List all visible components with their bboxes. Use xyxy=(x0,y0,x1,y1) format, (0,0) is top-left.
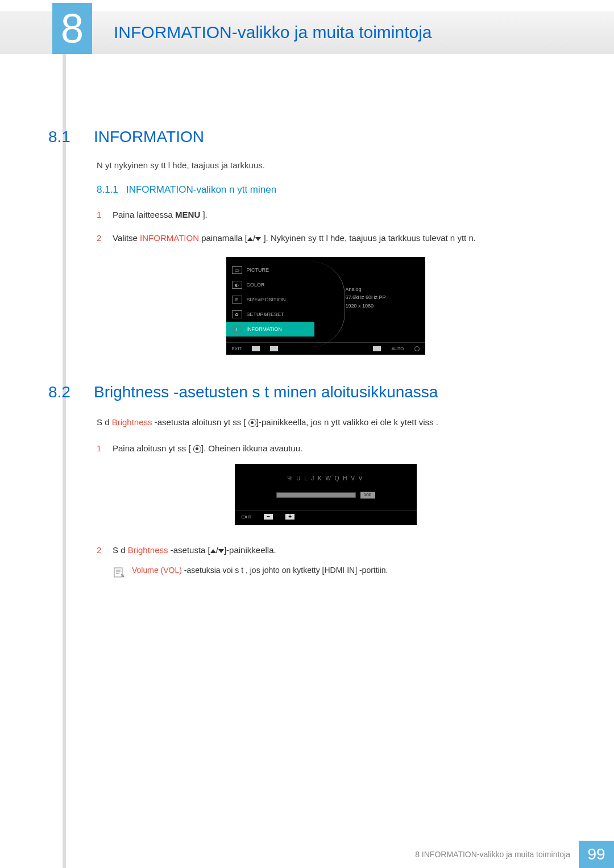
osd-item-picture: ▭PICTURE xyxy=(226,263,314,277)
gear-icon: ✿ xyxy=(232,310,242,318)
chapter-title: INFORMATION-valikko ja muita toimintoja xyxy=(114,23,432,42)
step-number: 2 xyxy=(97,230,113,246)
subsection-name: INFORMATION-valikon n ytt minen xyxy=(126,184,276,195)
osd-auto-label: AUTO xyxy=(391,346,404,351)
osd-item-size-position: ⊞SIZE&POSITION xyxy=(226,292,314,307)
osd-menu-screenshot: ▭PICTURE ◐COLOR ⊞SIZE&POSITION ✿SETUP&RE… xyxy=(226,257,425,355)
brightness-slider xyxy=(276,492,356,498)
subsection-title: 8.1.1 INFORMATION-valikon n ytt minen xyxy=(97,184,580,196)
section-8-1-heading: 8.1 INFORMATION xyxy=(71,128,580,146)
step-number: 1 xyxy=(97,441,113,456)
osd-footer: EXIT AUTO xyxy=(226,342,425,355)
footer-text: 8 INFORMATION-valikko ja muita toimintoj… xyxy=(415,850,570,859)
page-number: 99 xyxy=(579,841,614,868)
down-arrow-icon xyxy=(255,237,261,241)
step-text: Paina laitteessa MENU ]. xyxy=(113,207,208,222)
up-arrow-icon xyxy=(247,237,253,241)
svg-rect-0 xyxy=(114,568,122,577)
osd-exit-label: EXIT xyxy=(232,346,242,351)
subsection-number: 8.1.1 xyxy=(97,184,118,195)
size-icon: ⊞ xyxy=(232,296,242,304)
note-text: Volume (VOL) -asetuksia voi s t , jos jo… xyxy=(132,566,388,575)
osd2-title: % U L J K W Q H V V xyxy=(246,475,405,481)
osd-brightness-screenshot: % U L J K W Q H V V 100 EXIT − + xyxy=(235,464,417,525)
plus-icon: + xyxy=(285,514,294,520)
osd2-exit-label: EXIT xyxy=(242,514,252,520)
info-icon: i xyxy=(232,325,242,333)
section-8-2-intro: S d Brightness -asetusta aloitusn yt ss … xyxy=(97,416,580,429)
osd-item-setup-reset: ✿SETUP&RESET xyxy=(226,307,314,322)
brightness-value: 100 xyxy=(360,492,375,499)
step-text: Valitse INFORMATION painamalla [/ ]. Nyk… xyxy=(113,230,476,246)
up-button-icon xyxy=(270,346,278,351)
note-row: Volume (VOL) -asetuksia voi s t , jos jo… xyxy=(113,566,580,579)
minus-icon: − xyxy=(264,514,273,520)
section-title: Brightness -asetusten s t minen aloitusi… xyxy=(94,383,438,401)
step-number: 1 xyxy=(97,207,113,222)
step-2: 2 Valitse INFORMATION painamalla [/ ]. N… xyxy=(97,230,580,246)
section-8-2-heading: 8.2 Brightness -asetusten s t minen aloi… xyxy=(71,383,580,401)
dot-button-icon xyxy=(193,445,201,453)
section-number: 8.1 xyxy=(48,128,94,146)
section-intro: N yt nykyinen sy tt l hde, taajuus ja ta… xyxy=(97,160,580,170)
up-arrow-icon xyxy=(210,549,216,553)
osd-item-information: iINFORMATION xyxy=(226,322,314,337)
picture-icon: ▭ xyxy=(232,266,242,274)
step-1-s2: 1 Paina aloitusn yt ss [ ]. Oheinen ikku… xyxy=(97,441,580,456)
section-number: 8.2 xyxy=(48,383,94,401)
down-arrow-icon xyxy=(218,549,224,553)
step-text: Paina aloitusn yt ss [ ]. Oheinen ikkuna… xyxy=(113,441,302,456)
page-footer: 8 INFORMATION-valikko ja muita toimintoj… xyxy=(0,841,614,868)
color-icon: ◐ xyxy=(232,281,242,289)
osd-item-color: ◐COLOR xyxy=(226,277,314,292)
power-icon xyxy=(414,346,420,351)
chapter-number: 8 xyxy=(52,3,92,54)
enter-button-icon xyxy=(373,346,381,351)
dot-button-icon xyxy=(248,419,256,427)
osd2-footer: EXIT − + xyxy=(235,510,417,525)
page-header: 8 INFORMATION-valikko ja muita toimintoj… xyxy=(0,0,614,54)
step-2-s2: 2 S d Brightness -asetusta [/]-painikkee… xyxy=(97,542,580,558)
step-1: 1 Paina laitteessa MENU ]. xyxy=(97,207,580,222)
down-button-icon xyxy=(252,346,260,351)
note-icon xyxy=(113,566,126,579)
step-number: 2 xyxy=(97,542,113,558)
step-text: S d Brightness -asetusta [/]-painikkeell… xyxy=(113,542,276,558)
section-title: INFORMATION xyxy=(94,128,204,146)
